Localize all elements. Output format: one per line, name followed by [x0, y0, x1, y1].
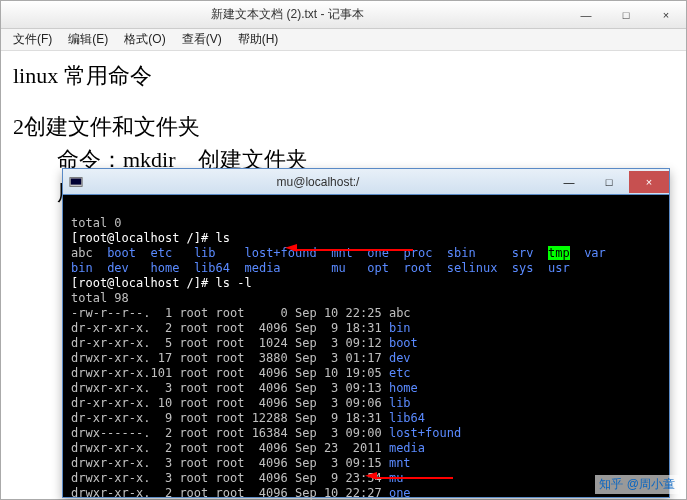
- lsl-row: drwxr-xr-x. 17 root root 3880 Sep 3 01:1…: [71, 351, 661, 366]
- annotation-arrow-icon: [293, 249, 413, 251]
- notepad-titlebar[interactable]: 新建文本文档 (2).txt - 记事本 — □ ×: [1, 1, 686, 29]
- terminal-titlebar[interactable]: mu@localhost:/ — □ ×: [63, 169, 669, 195]
- notepad-controls: — □ ×: [566, 4, 686, 26]
- ls-item: opt: [367, 261, 389, 275]
- menu-edit[interactable]: 编辑(E): [60, 31, 116, 48]
- notepad-close-button[interactable]: ×: [646, 4, 686, 26]
- notepad-title: 新建文本文档 (2).txt - 记事本: [9, 6, 566, 23]
- menu-file[interactable]: 文件(F): [5, 31, 60, 48]
- ls-item: mu: [331, 261, 345, 275]
- lsl-row: drwxr-xr-x. 3 root root 4096 Sep 3 09:13…: [71, 381, 661, 396]
- ls-item: home: [151, 261, 180, 275]
- putty-icon: [69, 175, 83, 189]
- lsl-row: dr-xr-xr-x. 2 root root 4096 Sep 9 18:31…: [71, 321, 661, 336]
- lsl-output: -rw-r--r--. 1 root root 0 Sep 10 22:25 a…: [71, 306, 661, 500]
- ls-item: selinux: [447, 261, 498, 275]
- ls-item: sys: [512, 261, 534, 275]
- lsl-row: dr-xr-xr-x. 10 root root 4096 Sep 3 09:0…: [71, 396, 661, 411]
- lsl-row: drwxr-xr-x. 3 root root 4096 Sep 9 23:54…: [71, 471, 661, 486]
- terminal-line: total 0: [71, 216, 122, 230]
- ls-item: dev: [107, 261, 129, 275]
- ls-item: lib: [194, 246, 216, 260]
- terminal-cmd: ls -l: [216, 276, 252, 290]
- ls-item: boot: [107, 246, 136, 260]
- zhihu-watermark: 知乎 @周小童: [595, 475, 679, 494]
- terminal-prompt: [root@localhost /]#: [71, 276, 216, 290]
- notepad-maximize-button[interactable]: □: [606, 4, 646, 26]
- menu-format[interactable]: 格式(O): [116, 31, 173, 48]
- ls-item: bin: [71, 261, 93, 275]
- terminal-prompt: [root@localhost /]#: [71, 231, 216, 245]
- menu-help[interactable]: 帮助(H): [230, 31, 287, 48]
- ls-item: root: [403, 261, 432, 275]
- terminal-body[interactable]: total 0 [root@localhost /]# ls abc boot …: [63, 195, 669, 500]
- terminal-title: mu@localhost:/: [87, 175, 549, 189]
- terminal-cmd: ls: [216, 231, 230, 245]
- svg-rect-1: [71, 178, 82, 184]
- text-line: 2创建文件和文件夹: [13, 110, 674, 143]
- ls-item: var: [584, 246, 606, 260]
- ls-item: etc: [151, 246, 173, 260]
- ls-item: media: [244, 261, 280, 275]
- menu-view[interactable]: 查看(V): [174, 31, 230, 48]
- notepad-menubar: 文件(F) 编辑(E) 格式(O) 查看(V) 帮助(H): [1, 29, 686, 51]
- text-line: linux 常用命令: [13, 59, 674, 92]
- terminal-line: total 98: [71, 291, 129, 305]
- ls-item: usr: [548, 261, 570, 275]
- lsl-row: drwxr-xr-x. 2 root root 4096 Sep 23 2011…: [71, 441, 661, 456]
- ls-item: lib64: [194, 261, 230, 275]
- terminal-window: mu@localhost:/ — □ × total 0 [root@local…: [62, 168, 670, 498]
- lsl-row: drwxr-xr-x.101 root root 4096 Sep 10 19:…: [71, 366, 661, 381]
- lsl-row: dr-xr-xr-x. 9 root root 12288 Sep 9 18:3…: [71, 411, 661, 426]
- terminal-close-button[interactable]: ×: [629, 171, 669, 193]
- annotation-arrow-icon: [373, 477, 453, 479]
- lsl-row: dr-xr-xr-x. 5 root root 1024 Sep 3 09:12…: [71, 336, 661, 351]
- lsl-row: drwx------. 2 root root 16384 Sep 3 09:0…: [71, 426, 661, 441]
- lsl-row: drwxr-xr-x. 2 root root 4096 Sep 10 22:2…: [71, 486, 661, 500]
- ls-item: abc: [71, 246, 93, 260]
- lsl-row: drwxr-xr-x. 3 root root 4096 Sep 3 09:15…: [71, 456, 661, 471]
- ls-item: srv: [512, 246, 534, 260]
- terminal-controls: — □ ×: [549, 171, 669, 193]
- terminal-minimize-button[interactable]: —: [549, 171, 589, 193]
- lsl-row: -rw-r--r--. 1 root root 0 Sep 10 22:25 a…: [71, 306, 661, 321]
- terminal-maximize-button[interactable]: □: [589, 171, 629, 193]
- notepad-minimize-button[interactable]: —: [566, 4, 606, 26]
- ls-item: sbin: [447, 246, 476, 260]
- ls-item: tmp: [548, 246, 570, 260]
